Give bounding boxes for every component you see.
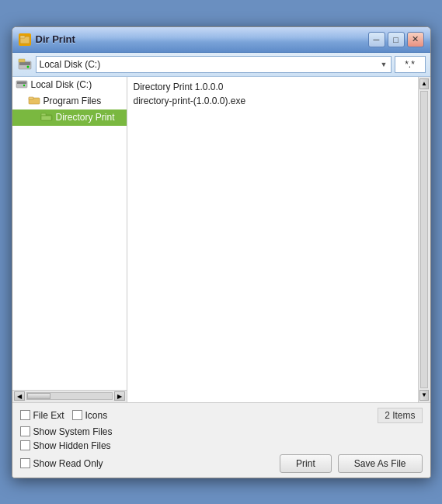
file-area: Directory Print 1.0.0.0 directory-print-… bbox=[127, 77, 430, 402]
svg-point-8 bbox=[23, 84, 24, 85]
filter-input[interactable]: *.* bbox=[395, 56, 426, 73]
tree-content: Local Disk (C:) Program Files bbox=[12, 77, 127, 390]
show-read-only-checkbox-box[interactable] bbox=[20, 458, 30, 468]
filter-text: *.* bbox=[405, 59, 415, 70]
window-title: Dir Print bbox=[36, 33, 75, 45]
show-system-checkbox[interactable]: Show System Files bbox=[20, 426, 423, 437]
show-system-label: Show System Files bbox=[33, 426, 113, 437]
show-hidden-checkbox-box[interactable] bbox=[20, 440, 30, 450]
icons-checkbox-box[interactable] bbox=[72, 410, 82, 420]
tree-item-local-disk[interactable]: Local Disk (C:) bbox=[12, 77, 127, 93]
svg-rect-10 bbox=[29, 97, 33, 99]
icons-label: Icons bbox=[85, 410, 108, 421]
file-name-2: directory-print-(1.0.0.0).exe bbox=[134, 96, 246, 106]
file-item[interactable]: directory-print-(1.0.0.0).exe bbox=[131, 94, 415, 108]
path-text: Local Disk (C:) bbox=[40, 59, 101, 70]
svg-rect-5 bbox=[19, 59, 25, 62]
show-hidden-checkbox[interactable]: Show Hidden Files bbox=[20, 440, 423, 451]
address-bar: Local Disk (C:) ▼ *.* bbox=[12, 53, 430, 77]
svg-rect-12 bbox=[41, 113, 46, 116]
save-as-file-button[interactable]: Save As File bbox=[338, 454, 423, 473]
file-ext-checkbox-box[interactable] bbox=[20, 410, 30, 420]
show-system-checkbox-box[interactable] bbox=[20, 426, 30, 436]
file-item[interactable]: Directory Print 1.0.0.0 bbox=[131, 80, 415, 94]
bottom-section: File Ext Icons 2 Items Show System Files… bbox=[12, 403, 430, 478]
horizontal-scrollbar[interactable]: ◀ ▶ bbox=[12, 390, 127, 402]
scroll-left-button[interactable]: ◀ bbox=[14, 391, 25, 401]
icons-checkbox[interactable]: Icons bbox=[72, 410, 108, 421]
scroll-track-v[interactable] bbox=[420, 91, 428, 388]
title-buttons: ─ □ ✕ bbox=[368, 32, 424, 47]
tree-label-directory-print: Directory Print bbox=[56, 112, 115, 123]
path-dropdown[interactable]: Local Disk (C:) ▼ bbox=[36, 56, 392, 73]
show-hidden-label: Show Hidden Files bbox=[33, 440, 111, 451]
scroll-thumb[interactable] bbox=[27, 393, 50, 399]
close-button[interactable]: ✕ bbox=[407, 32, 424, 47]
maximize-button[interactable]: □ bbox=[388, 32, 405, 47]
file-ext-checkbox[interactable]: File Ext bbox=[20, 410, 64, 421]
file-name-1: Directory Print 1.0.0.0 bbox=[134, 82, 224, 92]
scroll-down-button[interactable]: ▼ bbox=[419, 390, 429, 401]
bottom-row-3: Show Hidden Files bbox=[20, 440, 423, 451]
minimize-button[interactable]: ─ bbox=[368, 32, 385, 47]
scroll-up-button[interactable]: ▲ bbox=[419, 78, 429, 89]
title-bar-left: Dir Print bbox=[19, 33, 75, 46]
app-icon bbox=[19, 33, 31, 46]
folder-open-icon bbox=[40, 111, 53, 124]
file-panel: Directory Print 1.0.0.0 directory-print-… bbox=[127, 77, 418, 402]
tree-item-directory-print[interactable]: Directory Print bbox=[12, 109, 127, 126]
folder-closed-icon bbox=[28, 95, 40, 108]
main-content: Local Disk (C:) Program Files bbox=[12, 77, 430, 403]
items-count-badge: 2 Items bbox=[378, 408, 422, 423]
show-read-only-label: Show Read Only bbox=[33, 458, 103, 469]
svg-point-4 bbox=[26, 65, 29, 68]
show-read-only-checkbox[interactable]: Show Read Only bbox=[20, 458, 103, 469]
scroll-track[interactable] bbox=[26, 392, 113, 400]
scroll-right-button[interactable]: ▶ bbox=[114, 391, 125, 401]
svg-rect-3 bbox=[19, 62, 30, 65]
buttons-row: Show Read Only Print Save As File bbox=[20, 454, 423, 473]
bottom-row-1: File Ext Icons 2 Items bbox=[20, 408, 423, 423]
svg-rect-1 bbox=[20, 36, 25, 38]
tree-item-program-files[interactable]: Program Files bbox=[12, 93, 127, 109]
print-button[interactable]: Print bbox=[280, 454, 332, 473]
svg-rect-7 bbox=[17, 82, 26, 84]
tree-panel: Local Disk (C:) Program Files bbox=[12, 77, 127, 402]
tree-label-program-files: Program Files bbox=[44, 96, 102, 106]
title-bar: Dir Print ─ □ ✕ bbox=[12, 27, 430, 53]
svg-rect-13 bbox=[41, 116, 51, 120]
tree-label-local-disk: Local Disk (C:) bbox=[31, 79, 92, 90]
main-window: Dir Print ─ □ ✕ Local Disk (C:) ▼ *.* bbox=[12, 26, 431, 478]
dropdown-arrow-icon: ▼ bbox=[381, 61, 388, 68]
bottom-row-2: Show System Files bbox=[20, 426, 423, 437]
file-ext-label: File Ext bbox=[33, 410, 64, 421]
drive-tree-icon bbox=[16, 78, 28, 92]
drive-icon bbox=[17, 57, 33, 72]
vertical-scrollbar[interactable]: ▲ ▼ bbox=[418, 77, 430, 402]
